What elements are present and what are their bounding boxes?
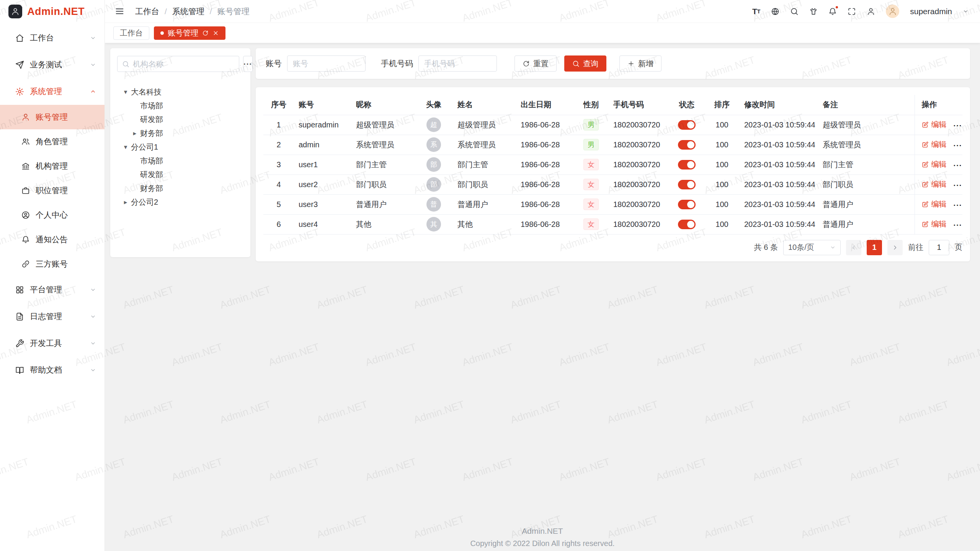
edit-icon [922, 141, 929, 148]
sidebar-item-log[interactable]: 日志管理 [0, 303, 105, 330]
next-page-button[interactable] [887, 240, 903, 255]
footer: Admin.NET Copyright © 2022 Dilon All rig… [105, 527, 980, 548]
phone-input[interactable] [418, 55, 497, 72]
row-more-icon[interactable]: ··· [954, 161, 962, 170]
avatar: 普 [426, 197, 441, 212]
sidebar-subitem-third-account[interactable]: 三方账号 [0, 252, 105, 276]
sidebar-item-label: 工作台 [30, 33, 84, 43]
book-icon [15, 366, 24, 375]
home-icon [15, 34, 24, 42]
page-size-select[interactable]: 10条/页 [783, 240, 841, 255]
sidebar-subitem-notice[interactable]: 通知公告 [0, 227, 105, 252]
cell-account: admin [294, 135, 351, 155]
chevron-down-icon[interactable] [963, 8, 969, 14]
sidebar-subitem-label: 个人中心 [36, 210, 68, 220]
avatar[interactable] [886, 5, 899, 18]
tree-node[interactable]: 市场部 [117, 154, 243, 168]
col-index: 序号 [263, 95, 294, 115]
cell-sort: 100 [704, 194, 740, 214]
sidebar-subitem-profile[interactable]: 个人中心 [0, 203, 105, 227]
tree-node[interactable]: ▸财务部 [117, 126, 243, 140]
status-toggle[interactable] [678, 200, 696, 209]
pagination: 共 6 条 10条/页 1 前往 页 [263, 240, 962, 255]
tab-account-management[interactable]: 账号管理 [154, 26, 225, 40]
tab-close-icon[interactable] [212, 30, 219, 36]
user-icon[interactable] [867, 7, 875, 16]
sidebar-item-dev-tools[interactable]: 开发工具 [0, 330, 105, 357]
cell-avatar: 系 [415, 135, 453, 155]
sidebar-item-business-test[interactable]: 业务测试 [0, 51, 105, 78]
sidebar-subitem-org[interactable]: 机构管理 [0, 154, 105, 178]
col-avatar: 头像 [415, 95, 453, 115]
edit-button[interactable]: 编辑 [922, 119, 947, 130]
row-more-icon[interactable]: ··· [954, 221, 962, 229]
edit-button[interactable]: 编辑 [922, 199, 947, 209]
edit-button[interactable]: 编辑 [922, 219, 947, 229]
collapse-menu-icon[interactable] [115, 7, 124, 16]
account-label: 账号 [266, 58, 282, 69]
sidebar-item-system-management[interactable]: 系统管理 [0, 78, 105, 105]
org-more-button[interactable]: ··· [243, 56, 253, 72]
gender-tag: 女 [583, 179, 599, 190]
plus-icon-glyph [627, 60, 635, 67]
status-toggle[interactable] [678, 220, 696, 229]
search-icon[interactable] [790, 7, 799, 16]
edit-icon-glyph [922, 201, 929, 208]
sidebar-item-help-docs[interactable]: 帮助文档 [0, 357, 105, 383]
profile-icon [21, 211, 30, 219]
sidebar-item-platform[interactable]: 平台管理 [0, 276, 105, 303]
tab-workbench[interactable]: 工作台 [113, 26, 149, 40]
row-more-icon[interactable]: ··· [954, 201, 962, 209]
theme-icon[interactable] [809, 7, 818, 16]
reset-button[interactable]: 重置 [514, 55, 557, 72]
tree-node[interactable]: 研发部 [117, 112, 243, 126]
status-toggle[interactable] [678, 180, 696, 189]
cell-nickname: 普通用户 [351, 194, 415, 214]
cell-name: 部门职员 [453, 174, 516, 194]
row-more-icon[interactable]: ··· [954, 181, 962, 189]
tree-node[interactable]: 财务部 [117, 181, 243, 195]
sidebar-subitem-account[interactable]: 账号管理 [0, 105, 105, 129]
cell-gender: 女 [573, 174, 609, 194]
tree-node-label: 分公司2 [131, 197, 158, 207]
add-button[interactable]: 新增 [619, 55, 662, 72]
tree-node[interactable]: ▾分公司1 [117, 140, 243, 154]
chevron-down-icon [90, 62, 96, 68]
status-toggle[interactable] [678, 120, 696, 130]
font-size-icon[interactable]: TT [752, 7, 760, 16]
breadcrumb-item[interactable]: 系统管理 [172, 6, 204, 17]
sidebar-subitem-role[interactable]: 角色管理 [0, 129, 105, 154]
search-button[interactable]: 查询 [564, 55, 606, 72]
tree-node[interactable]: 市场部 [117, 99, 243, 112]
app-logo[interactable]: Admin.NET [0, 0, 105, 23]
edit-button[interactable]: 编辑 [922, 179, 947, 189]
account-input[interactable] [287, 55, 366, 72]
close-icon-glyph [212, 30, 219, 36]
sidebar-item-workbench[interactable]: 工作台 [0, 24, 105, 51]
org-search-input[interactable] [133, 60, 234, 68]
prev-page-button[interactable] [846, 240, 861, 255]
bell-icon[interactable] [828, 7, 837, 16]
bank-icon-glyph [21, 162, 30, 170]
row-more-icon[interactable]: ··· [954, 141, 962, 150]
cell-gender: 男 [573, 135, 609, 155]
current-page[interactable]: 1 [867, 240, 882, 255]
cell-remark: 普通用户 [818, 214, 915, 234]
tree-node[interactable]: ▸分公司2 [117, 195, 243, 209]
breadcrumb-item[interactable]: 工作台 [135, 6, 159, 17]
tab-refresh-icon[interactable] [202, 30, 209, 36]
fullscreen-icon[interactable] [848, 7, 856, 16]
edit-button[interactable]: 编辑 [922, 159, 947, 170]
row-more-icon[interactable]: ··· [954, 121, 962, 130]
tree-node[interactable]: ▾大名科技 [117, 85, 243, 99]
status-toggle[interactable] [678, 160, 696, 170]
status-toggle[interactable] [678, 140, 696, 150]
username[interactable]: superadmin [910, 7, 952, 16]
edit-button[interactable]: 编辑 [922, 139, 947, 150]
globe-icon[interactable] [771, 7, 779, 16]
reset-label: 重置 [533, 59, 549, 69]
edit-label: 编辑 [931, 199, 947, 209]
tree-node[interactable]: 研发部 [117, 168, 243, 181]
sidebar-subitem-position[interactable]: 职位管理 [0, 178, 105, 203]
goto-page-input[interactable] [929, 240, 949, 255]
